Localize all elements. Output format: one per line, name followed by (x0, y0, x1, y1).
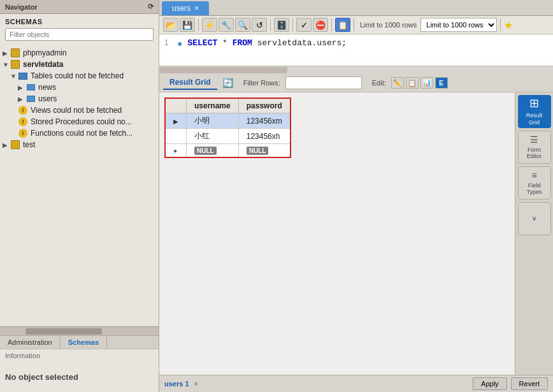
right-sidebar: ⊞ ResultGrid ☰ FormEditor ≡ FieldTypes ∨ (515, 92, 553, 375)
data-grid-wrapper: username password ▶ 小明 123456xm 小红 (159, 92, 515, 375)
sql-dot: ● (177, 38, 182, 48)
tree-item-test[interactable]: ▶ test (0, 139, 159, 150)
editor-scroll-thumb (160, 67, 287, 73)
toolbar-search-btn[interactable]: 🔍 (235, 18, 250, 32)
tab-result-grid[interactable]: Result Grid (163, 76, 217, 90)
row-arrow (165, 129, 187, 144)
tree-label: Views could not be fetched (31, 106, 122, 115)
tree-item-tables-error[interactable]: ▼ Tables could not be fetched (0, 70, 159, 82)
toolbar-separator-2 (270, 18, 271, 31)
toolbar-active-btn[interactable]: 📋 (335, 18, 350, 32)
table-sm-icon (25, 83, 36, 92)
main-area: users × 📂 💾 ⚡ 🔧 🔍 ↺ 🗄️ ✓ ⛔ 📋 Limit to 10… (159, 0, 553, 392)
right-btn-label: ResultGrid (526, 112, 543, 126)
warn-icon: ! (18, 129, 28, 138)
query-tab-users[interactable]: users × (162, 1, 209, 15)
right-btn-label: FormEditor (527, 147, 542, 161)
db-icon (10, 140, 20, 149)
null-badge: NULL (247, 147, 269, 155)
line-number: 1 (164, 38, 172, 47)
navigator-label: Navigator (5, 3, 38, 11)
tree-item-phpmyadmin[interactable]: ▶ phpmyadmin (0, 47, 159, 59)
table-row[interactable]: ▶ 小明 123456xm (165, 113, 291, 129)
sidebar-info-label: Information (0, 349, 159, 362)
tab-administration[interactable]: Administration (0, 336, 61, 349)
query-tab-bar: users × (159, 0, 553, 16)
null-badge: NULL (194, 147, 217, 155)
tree-item-stored-procs-error[interactable]: ! Stored Procedures could no... (0, 116, 159, 127)
sidebar-refresh-icon[interactable]: ⟳ (148, 3, 154, 11)
limit-label: Limit to 1000 rows (360, 21, 417, 29)
edit-pencil-btn[interactable]: ✏️ (391, 77, 404, 89)
toolbar-star-btn[interactable]: ★ (504, 19, 513, 31)
field-types-icon: ≡ (531, 170, 536, 181)
sql-from-keyword: FROM (233, 38, 252, 48)
col-password-header[interactable]: password (238, 98, 291, 113)
cell-password[interactable]: 123456xm (238, 113, 291, 129)
sql-editor[interactable]: 1 ● SELECT * FROM servletdata.users; (159, 34, 553, 66)
table-row-new[interactable]: ● NULL NULL (165, 144, 291, 158)
tree-label: Functions could not be fetch... (31, 129, 133, 138)
filter-input[interactable] (5, 28, 154, 41)
edit-table-btn[interactable]: 📊 (420, 77, 433, 89)
toolbar-execute-selected-btn[interactable]: 🔧 (219, 18, 234, 32)
toolbar-check-btn[interactable]: ✓ (296, 18, 312, 32)
edit-e-btn[interactable]: E (435, 77, 448, 89)
tree-arrow: ▶ (18, 96, 25, 103)
bottom-status-bar: users 1 × Apply Revert (159, 375, 553, 392)
right-btn-chevron-down[interactable]: ∨ (518, 202, 551, 235)
chevron-down-icon: ∨ (532, 215, 536, 222)
bottom-tab-close[interactable]: × (194, 381, 198, 388)
edit-copy-btn[interactable]: 📋 (406, 77, 419, 89)
cell-username[interactable]: 小红 (187, 129, 239, 144)
filter-rows-input[interactable] (285, 76, 362, 89)
apply-button[interactable]: Apply (473, 377, 507, 390)
sql-select-keyword: SELECT (187, 38, 217, 48)
tree-arrow: ▶ (18, 84, 25, 91)
scrollbar-thumb (25, 328, 102, 335)
toolbar-refresh-btn[interactable]: ↺ (252, 18, 267, 32)
tree-item-news[interactable]: ▶ news (0, 82, 159, 93)
cell-password[interactable]: 123456xh (238, 129, 291, 144)
sidebar-bottom-tabs: Administration Schemas (0, 335, 159, 349)
table-row[interactable]: 小红 123456xh (165, 129, 291, 144)
schemas-section: SCHEMAS (0, 14, 159, 45)
cell-null-password[interactable]: NULL (238, 144, 291, 158)
limit-select[interactable]: Limit to 1000 rows Don't Limit (420, 18, 497, 32)
db-icon (10, 60, 20, 69)
toolbar-db-btn[interactable]: 🗄️ (274, 18, 289, 32)
cell-username[interactable]: 小明 (187, 113, 239, 129)
tree-arrow: ▼ (10, 73, 18, 80)
toolbar-execute-btn[interactable]: ⚡ (202, 18, 217, 32)
tree-item-users[interactable]: ▶ users (0, 93, 159, 105)
tree-label: users (38, 94, 57, 103)
query-tab-close[interactable]: × (194, 4, 199, 13)
bottom-tab-label[interactable]: users 1 (164, 380, 189, 388)
right-btn-result-grid[interactable]: ⊞ ResultGrid (518, 95, 551, 128)
query-toolbar: 📂 💾 ⚡ 🔧 🔍 ↺ 🗄️ ✓ ⛔ 📋 Limit to 1000 rows … (159, 16, 553, 34)
col-username-header[interactable]: username (187, 98, 239, 113)
sidebar-horizontal-scrollbar[interactable] (0, 326, 159, 335)
right-btn-field-types[interactable]: ≡ FieldTypes (518, 166, 551, 200)
table-icon (18, 71, 28, 80)
tree-arrow: ▶ (3, 142, 10, 149)
tree-arrow: ▶ (3, 50, 10, 57)
tree-item-servletdata[interactable]: ▼ servletdata (0, 59, 159, 70)
tree-arrow: ▼ (3, 61, 10, 68)
tree-label: Tables could not be fetched (31, 71, 124, 80)
cell-null-username[interactable]: NULL (187, 144, 239, 158)
warn-icon: ! (18, 106, 28, 115)
editor-scrollbar[interactable] (159, 66, 553, 74)
toolbar-save-btn[interactable]: 💾 (180, 18, 195, 32)
toolbar-separator-1 (198, 18, 199, 31)
toolbar-open-btn[interactable]: 📂 (163, 18, 178, 32)
tab-schemas[interactable]: Schemas (61, 336, 107, 349)
schema-tree: ▶ phpmyadmin ▼ servletdata ▼ Tables coul… (0, 45, 159, 326)
result-tabs-bar: Result Grid 🔄 Filter Rows: Edit: ✏️ 📋 📊 … (159, 74, 553, 92)
right-btn-form-editor[interactable]: ☰ FormEditor (518, 131, 551, 164)
toolbar-stop-btn[interactable]: ⛔ (313, 18, 328, 32)
tree-item-functions-error[interactable]: ! Functions could not be fetch... (0, 127, 159, 139)
col-arrow-header (165, 98, 187, 113)
revert-button[interactable]: Revert (511, 377, 548, 390)
tree-item-views-error[interactable]: ! Views could not be fetched (0, 105, 159, 116)
